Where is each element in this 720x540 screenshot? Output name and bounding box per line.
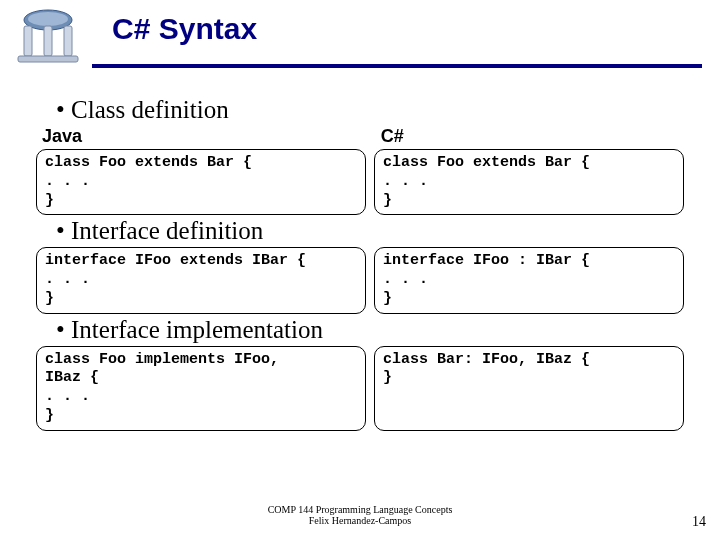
slide-title: C# Syntax [112,12,257,46]
svg-point-1 [28,12,68,26]
content-area: Class definition Java C# class Foo exten… [36,94,696,433]
slide-number: 14 [692,514,706,530]
logo-icon [8,6,88,66]
title-underline [92,64,702,68]
footer-line2: Felix Hernandez-Campos [0,515,720,526]
code-java-classdef: class Foo extends Bar { . . . } [36,149,366,215]
code-cs-ifacedef: interface IFoo : IBar { . . . } [374,247,684,313]
svg-rect-5 [18,56,78,62]
header-csharp: C# [375,126,696,147]
code-java-ifaceimpl: class Foo implements IFoo, IBaz { . . . … [36,346,366,431]
bullet-class-definition: Class definition [56,96,696,124]
code-cs-classdef: class Foo extends Bar { . . . } [374,149,684,215]
header-java: Java [36,126,375,147]
code-row-ifacedef: interface IFoo extends IBar { . . . } in… [36,247,696,313]
code-row-ifaceimpl: class Foo implements IFoo, IBaz { . . . … [36,346,696,431]
svg-rect-4 [64,26,72,56]
svg-rect-2 [24,26,32,56]
code-java-ifacedef: interface IFoo extends IBar { . . . } [36,247,366,313]
column-headers: Java C# [36,126,696,147]
bullet-interface-implementation: Interface implementation [56,316,696,344]
svg-rect-3 [44,26,52,56]
code-cs-ifaceimpl: class Bar: IFoo, IBaz { } [374,346,684,431]
footer-line1: COMP 144 Programming Language Concepts [0,504,720,515]
bullet-interface-definition: Interface definition [56,217,696,245]
slide: C# Syntax Class definition Java C# class… [0,0,720,540]
code-row-classdef: class Foo extends Bar { . . . } class Fo… [36,149,696,215]
footer: COMP 144 Programming Language Concepts F… [0,504,720,526]
